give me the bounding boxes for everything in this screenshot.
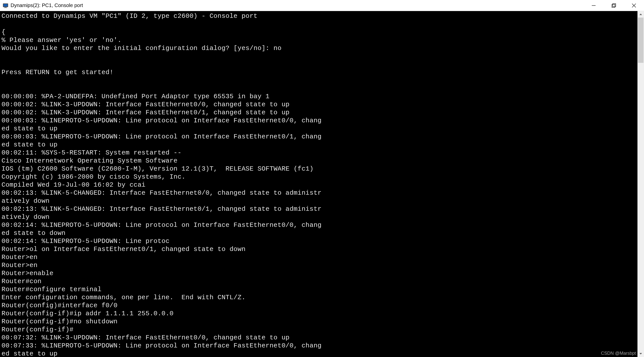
terminal-wrapper: Connected to Dynamips VM "PC1" (ID 2, ty…	[0, 11, 644, 357]
scroll-down-button[interactable]	[637, 350, 644, 357]
titlebar-left: Dynamips(2): PC1, Console port	[2, 2, 83, 9]
window-titlebar: Dynamips(2): PC1, Console port	[0, 0, 644, 11]
app-icon	[2, 2, 9, 9]
scroll-up-button[interactable]	[637, 11, 644, 18]
scroll-track[interactable]	[637, 18, 644, 350]
vertical-scrollbar[interactable]	[637, 11, 644, 357]
minimize-button[interactable]	[584, 0, 604, 11]
svg-rect-6	[613, 4, 616, 7]
titlebar-controls	[584, 0, 644, 11]
close-button[interactable]	[624, 0, 644, 11]
window-title: Dynamips(2): PC1, Console port	[11, 3, 83, 8]
svg-rect-5	[612, 4, 615, 7]
svg-rect-1	[4, 4, 8, 7]
watermark-text: CSDN @Marsbpt	[601, 351, 636, 356]
svg-rect-3	[4, 8, 7, 8]
svg-rect-2	[5, 7, 7, 8]
scroll-thumb[interactable]	[638, 18, 643, 63]
terminal-output[interactable]: Connected to Dynamips VM "PC1" (ID 2, ty…	[0, 11, 637, 357]
maximize-button[interactable]	[604, 0, 624, 11]
